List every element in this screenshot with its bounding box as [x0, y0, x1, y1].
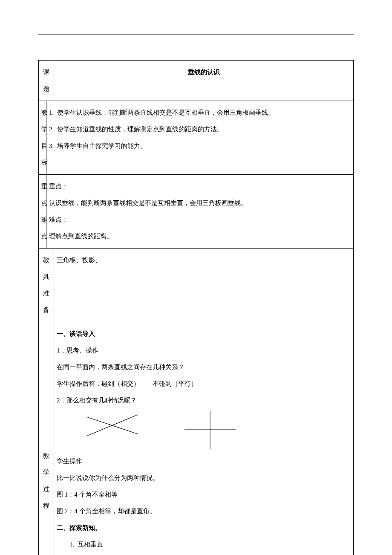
process-line: 学生操作	[57, 453, 351, 470]
svg-line-1	[86, 417, 138, 434]
section-heading: 二、探索新知。	[57, 520, 351, 536]
objectives-label: 教 学 目 标	[39, 101, 46, 175]
row-tools: 教具准备 三角板、投影、	[39, 249, 354, 322]
diagrams	[57, 410, 351, 449]
process-line: 在同一平面内，两条直线之间存在几种关系？	[57, 359, 351, 376]
objective-item: 1. 使学生认识垂线，能判断两条直线相交是不是互相垂直，会用三角板画垂线。	[49, 104, 351, 121]
row-title: 课题 垂线的认识	[39, 61, 354, 101]
key-diff-label: 重 点 难 点	[39, 175, 46, 249]
objectives-item: 3. 培养学生自主探究学习的能力。	[49, 138, 351, 154]
process-line: 图 1：4 个角不全相等	[57, 486, 351, 503]
objective-item: 2. 使学生知道垂线的性质，理解测定点到直线的距离的方法。	[49, 121, 351, 138]
key-text: 认识垂线，能判断两条直线相交是不是互相垂直，会用三角板画垂线。	[49, 195, 351, 211]
key-diff-content: 重点： 认识垂线，能判断两条直线相交是不是互相垂直，会用三角板画垂线。 难点： …	[46, 175, 354, 249]
process-line: 1．思考、操作	[57, 342, 351, 359]
row-objectives: 教 学 目 标 1. 使学生认识垂线，能判断两条直线相交是不是互相垂直，会用三角…	[39, 101, 354, 175]
diff-label: 难点：	[49, 211, 351, 228]
tools-label: 教具准备	[39, 249, 54, 322]
title-label: 课题	[39, 61, 54, 101]
section-heading: 一、谈话导入	[57, 326, 351, 342]
row-process: 教 学 过 程 一、谈话导入 1．思考、操作 在同一平面内，两条直线之间存在几种…	[39, 322, 354, 555]
lesson-plan-table: 课题 垂线的认识 教 学 目 标 1. 使学生认识垂线，能判断两条直线相交是不是…	[38, 60, 354, 555]
objectives-content: 1. 使学生认识垂线，能判断两条直线相交是不是互相垂直，会用三角板画垂线。 2.…	[46, 101, 354, 175]
lesson-title: 垂线的认识	[54, 61, 354, 101]
process-line: 学生操作后答：碰到（相交） 不碰到（平行）	[57, 376, 351, 392]
process-line: 比一比说说你为什么分为两种情况。	[57, 470, 351, 486]
tools-text: 三角板、投影、	[54, 249, 354, 322]
page-header-rule	[38, 34, 354, 35]
process-line: 2．那么相交有几种情况呢？	[57, 392, 351, 409]
intersecting-x-icon	[82, 410, 142, 440]
diff-text: 理解点到直线的距离。	[49, 228, 351, 245]
key-label: 重点：	[49, 178, 351, 195]
process-line: 1. 互相垂直	[57, 536, 351, 553]
perpendicular-cross-icon	[184, 410, 236, 449]
row-key-difficulty: 重 点 难 点 重点： 认识垂线，能判断两条直线相交是不是互相垂直，会用三角板画…	[39, 175, 354, 249]
process-label: 教 学 过 程	[39, 322, 54, 555]
process-line: 像图 2 那样，两条直线相交成直角时，这两条直线叫做互相垂直。	[57, 553, 351, 555]
process-line: 图 2：4 个角全相等，却都是直角。	[57, 503, 351, 520]
process-content: 一、谈话导入 1．思考、操作 在同一平面内，两条直线之间存在几种关系？ 学生操作…	[54, 322, 354, 555]
